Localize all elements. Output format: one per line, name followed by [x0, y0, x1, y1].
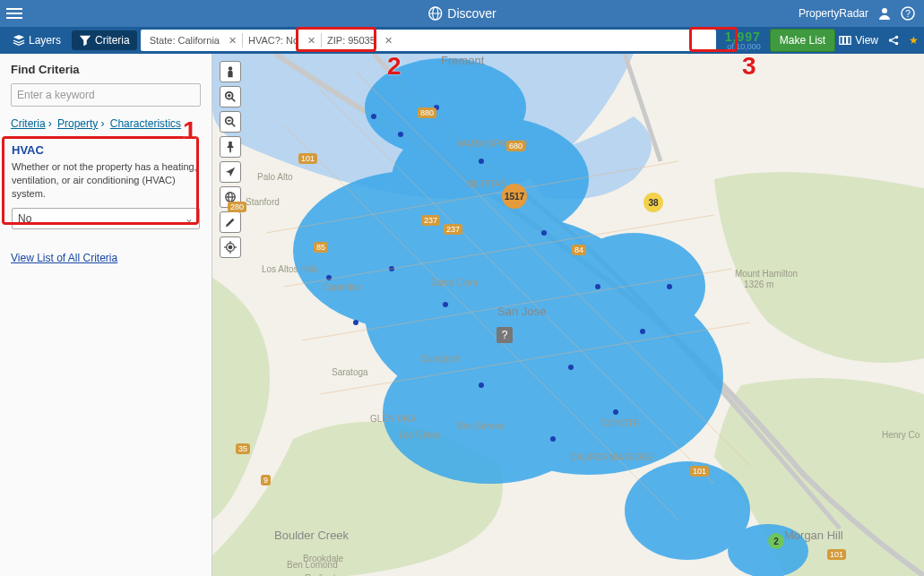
- road-shield: 237: [444, 224, 462, 235]
- map-place-label: CALIFORNIA RIDGE: [570, 452, 654, 462]
- criteria-card-hvac: HVAC Whether or not the property has a h…: [11, 139, 201, 236]
- map-place-label: Palo Alto: [257, 172, 292, 182]
- help-icon[interactable]: ?: [901, 6, 915, 21]
- map-place-label: COYOTE: [601, 418, 639, 428]
- svg-point-32: [550, 436, 556, 442]
- map-place-label: Brookdale: [303, 554, 343, 563]
- svg-point-21: [371, 114, 376, 119]
- map-place-label: Cupertino: [323, 282, 361, 292]
- road-shield: 880: [418, 107, 436, 118]
- chip-label: HVAC?: No: [248, 35, 298, 46]
- criteria-button[interactable]: Criteria: [72, 30, 137, 50]
- svg-point-38: [595, 284, 600, 289]
- svg-point-36: [640, 329, 645, 334]
- map-place-label: Henry Co: [882, 430, 920, 440]
- chip-label: ZIP: 95035: [327, 35, 376, 46]
- view-label: View: [855, 34, 878, 47]
- svg-point-24: [479, 159, 484, 164]
- locate-icon[interactable]: [220, 161, 241, 183]
- make-list-button[interactable]: Make List: [770, 29, 835, 52]
- chip-zip[interactable]: ZIP: 95035✕: [322, 30, 398, 51]
- cluster-marker[interactable]: 2: [768, 533, 784, 549]
- map-place-label: Stanford: [246, 197, 280, 207]
- svg-point-34: [353, 320, 358, 325]
- chip-state[interactable]: State: California✕: [144, 30, 242, 51]
- chip-close-icon[interactable]: ✕: [307, 35, 315, 47]
- result-count: 1,997 of 10,000: [720, 30, 766, 51]
- map-place-label: MILPITAS: [466, 179, 506, 189]
- svg-point-33: [479, 383, 484, 388]
- target-icon[interactable]: [220, 236, 241, 258]
- map-place-label: Mount Hamilton: [735, 269, 798, 279]
- sidebar-title: Find Criteria: [11, 63, 201, 76]
- svg-point-31: [613, 409, 618, 415]
- map-place-label: Santa Clara: [430, 278, 478, 288]
- svg-text:?: ?: [905, 9, 911, 19]
- svg-line-9: [892, 38, 895, 39]
- road-shield: 9: [261, 475, 271, 486]
- hvac-select[interactable]: No ⌄: [12, 208, 200, 229]
- road-shield: 85: [314, 242, 328, 253]
- pencil-icon[interactable]: [220, 211, 241, 233]
- globe-icon: [427, 6, 442, 21]
- pin-icon[interactable]: [220, 136, 241, 158]
- svg-point-8: [895, 42, 899, 46]
- zoom-out-icon[interactable]: [220, 111, 241, 133]
- card-title: HVAC: [12, 143, 200, 157]
- topbar: Discover PropertyRadar ?: [0, 0, 924, 27]
- map-place-label: Morgan Hill: [784, 529, 843, 542]
- criteria-chipbar: State: California✕ HVAC?: No✕ ZIP: 95035…: [141, 30, 716, 51]
- view-button[interactable]: View: [839, 34, 878, 47]
- zoom-in-icon[interactable]: [220, 86, 241, 107]
- map-place-label: Los Altos Hills: [262, 264, 317, 274]
- layers-label: Layers: [29, 34, 61, 47]
- star-icon[interactable]: ★: [909, 34, 919, 47]
- svg-line-52: [232, 124, 236, 127]
- svg-point-37: [667, 284, 672, 289]
- svg-point-26: [541, 230, 547, 236]
- map-background: [212, 54, 924, 576]
- count-number: 1,997: [725, 30, 761, 43]
- svg-line-10: [892, 41, 895, 43]
- map[interactable]: ? 1517382FremontWARM SPRINGSMILPITASStan…: [212, 54, 924, 576]
- breadcrumb-characteristics[interactable]: Characteristics: [110, 117, 181, 130]
- road-shield: 35: [236, 443, 250, 454]
- streetview-icon[interactable]: [220, 61, 241, 82]
- menu-icon[interactable]: [0, 0, 29, 27]
- chip-close-icon[interactable]: ✕: [384, 35, 393, 47]
- chip-label: State: California: [150, 35, 220, 46]
- map-place-label: Saratoga: [332, 367, 368, 377]
- breadcrumb-property[interactable]: Property: [57, 117, 98, 130]
- count-denominator: of 10,000: [725, 43, 761, 51]
- svg-point-30: [568, 365, 574, 370]
- toolbar: Layers Criteria State: California✕ HVAC?…: [0, 27, 924, 54]
- card-description: Whether or not the property has a heatin…: [12, 160, 200, 201]
- map-place-label: 1326 m: [744, 279, 773, 289]
- breadcrumb: Criteria› Property› Characteristics: [11, 117, 201, 130]
- map-place-label: San Sereno: [457, 421, 505, 431]
- road-shield: 101: [298, 153, 317, 164]
- map-place-label: GLEN UNA: [370, 414, 416, 424]
- breadcrumb-criteria[interactable]: Criteria: [11, 117, 46, 130]
- search-placeholder: Enter a keyword: [17, 89, 95, 101]
- svg-line-48: [232, 99, 236, 102]
- main: Find Criteria Enter a keyword Criteria› …: [0, 54, 924, 576]
- svg-point-17: [383, 340, 598, 484]
- criteria-label: Criteria: [95, 34, 130, 47]
- cluster-marker[interactable]: 38: [643, 193, 663, 212]
- chip-close-icon[interactable]: ✕: [229, 35, 237, 47]
- road-shield: 84: [572, 245, 586, 255]
- map-place-label: Fremont: [441, 54, 484, 67]
- search-input[interactable]: Enter a keyword: [11, 83, 201, 107]
- road-shield: 280: [228, 202, 246, 212]
- user-icon[interactable]: [877, 6, 892, 21]
- layers-button[interactable]: Layers: [5, 30, 68, 50]
- map-place-label: Campbell: [421, 354, 459, 364]
- map-place-label: Boulder Creek: [274, 529, 349, 542]
- view-all-criteria-link[interactable]: View List of All Criteria: [11, 252, 117, 264]
- unknown-marker[interactable]: ?: [497, 327, 513, 343]
- chip-hvac[interactable]: HVAC?: No✕: [243, 30, 321, 51]
- share-icon[interactable]: [887, 34, 900, 47]
- svg-point-46: [229, 66, 232, 70]
- select-value: No: [18, 212, 31, 225]
